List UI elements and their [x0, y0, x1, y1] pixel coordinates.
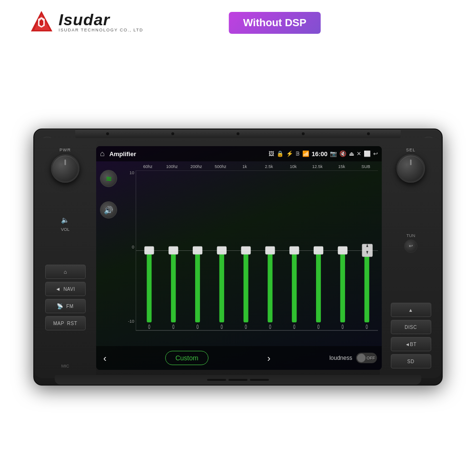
- freq-10k: 10k: [281, 164, 305, 169]
- top-ridge: [75, 129, 401, 138]
- left-buttons: ⌂ ◄ NAVI 📡 FM MAP RST: [45, 265, 86, 330]
- db-0-label: 0: [122, 245, 136, 249]
- amplifier-title: Amplifier: [109, 150, 266, 158]
- eject-button[interactable]: ▲: [391, 303, 431, 317]
- tun-button[interactable]: ↩: [404, 239, 417, 253]
- sd-label: SD: [407, 359, 415, 364]
- loudness-control: loudness OFF: [329, 353, 377, 363]
- pwr-knob-area: PWR: [51, 148, 79, 183]
- svg-text:0: 0: [342, 323, 344, 330]
- sd-button[interactable]: SD: [391, 354, 431, 368]
- right-panel: SEL TUN ↩ ▲ DISC ◄BT: [380, 138, 442, 378]
- volume-icon: 🔈: [61, 216, 69, 224]
- svg-text:0: 0: [293, 323, 296, 330]
- dsp-badge-text: Without DSP: [243, 17, 307, 29]
- toggle-state: OFF: [367, 356, 375, 360]
- status-icons: 🖼 🔒 ⚡ 𝔹 📶 16:00 📷 🔇 ⏏ ✕ ⬜ ↩: [268, 150, 378, 158]
- vent-3: [250, 379, 269, 381]
- svg-text:0: 0: [172, 323, 175, 330]
- fm-label: FM: [66, 304, 73, 309]
- home-button[interactable]: ⌂: [100, 149, 105, 158]
- screen-icon: ⬜: [364, 150, 371, 157]
- mic-label: MIC: [61, 364, 69, 368]
- home-icon: ⌂: [64, 269, 67, 275]
- ridge-dot: [367, 132, 370, 135]
- svg-text:0: 0: [269, 323, 271, 330]
- freq-sub: SUB: [354, 164, 378, 169]
- db-minus10-label: -10: [122, 319, 136, 324]
- wifi-icon: 📶: [302, 150, 309, 157]
- brand-logo-icon: [29, 9, 55, 35]
- preset-label: Custom: [175, 354, 198, 362]
- pwr-knob[interactable]: [51, 154, 79, 183]
- freq-100hz: 100hz: [160, 164, 184, 169]
- prev-preset-button[interactable]: ‹: [101, 350, 109, 366]
- svg-rect-23: [316, 250, 321, 322]
- preset-button[interactable]: Custom: [165, 351, 208, 365]
- vent-2: [228, 379, 248, 381]
- sel-knob[interactable]: [397, 154, 425, 183]
- freq-125k: 12.5k: [305, 164, 329, 169]
- grid-top: [136, 170, 378, 171]
- status-bar: ⌂ Amplifier 🖼 🔒 ⚡ 𝔹 📶 16:00 📷 🔇 ⏏ ✕ ⬜: [96, 146, 382, 161]
- equalizer-control-btn[interactable]: ≋: [100, 170, 117, 187]
- eject-icon: ▲: [408, 307, 413, 313]
- eq-grid-main: 10 0 -10: [122, 170, 378, 331]
- freq-15k: 15k: [329, 164, 354, 169]
- right-buttons: ▲ DISC ◄BT SD: [391, 303, 431, 368]
- vent-1: [207, 379, 226, 381]
- ridge-dot: [171, 132, 174, 135]
- freq-200hz: 200hz: [184, 164, 208, 169]
- speaker-control-btn[interactable]: 🔊: [100, 201, 117, 218]
- brand-watermark: Isudar ISUDAR TECHNOLOGY CO., LTD: [29, 9, 143, 35]
- bt-button[interactable]: ◄BT: [391, 337, 431, 351]
- radio-unit: PWR 🔈 VOL ⌂ ◄ NAVI 📡 FM: [33, 129, 443, 386]
- image-icon: 🖼: [268, 150, 274, 157]
- freq-25k: 2.5k: [257, 164, 281, 169]
- ridge-dot: [237, 132, 239, 135]
- left-panel: PWR 🔈 VOL ⌂ ◄ NAVI 📡 FM: [34, 138, 96, 378]
- svg-rect-8: [195, 250, 200, 322]
- x-icon: ✕: [357, 150, 361, 157]
- grid-center: [136, 250, 378, 251]
- dsp-badge: Without DSP: [229, 12, 321, 34]
- freq-1k: 1k: [233, 164, 257, 169]
- screen-container: ⌂ Amplifier 🖼 🔒 ⚡ 𝔹 📶 16:00 📷 🔇 ⏏ ✕ ⬜: [96, 146, 382, 370]
- equalizer-icon: ≋: [106, 174, 112, 183]
- speaker-icon: 🔊: [104, 206, 113, 215]
- time-display: 16:00: [312, 150, 327, 158]
- loudness-toggle[interactable]: OFF: [356, 353, 377, 363]
- disc-button[interactable]: DISC: [391, 320, 431, 334]
- vol-label: VOL: [61, 227, 69, 232]
- eq-visualization: 60hz 100hz 200hz 500hz 1k 2.5k 10k 12.5k…: [122, 164, 378, 344]
- db-scale: 10 0 -10: [122, 170, 136, 331]
- ridge-dot: [302, 132, 305, 135]
- navi-icon: ◄: [55, 286, 60, 292]
- map-rst-button[interactable]: MAP RST: [45, 316, 86, 330]
- map-rst-label: MAP: [53, 321, 64, 326]
- svg-text:0: 0: [245, 323, 247, 330]
- fm-button[interactable]: 📡 FM: [45, 299, 86, 313]
- navi-button[interactable]: ◄ NAVI: [45, 282, 86, 296]
- fm-icon: 📡: [57, 303, 63, 309]
- screen: ⌂ Amplifier 🖼 🔒 ⚡ 𝔹 📶 16:00 📷 🔇 ⏏ ✕ ⬜: [96, 146, 382, 370]
- bluetooth-icon: 𝔹: [296, 150, 300, 157]
- svg-text:0: 0: [221, 323, 223, 330]
- bt-label: ◄BT: [405, 342, 416, 347]
- bottom-controls: ‹ Custom › loudness OFF: [96, 346, 382, 370]
- svg-text:▲: ▲: [366, 242, 369, 248]
- toggle-knob: [357, 354, 366, 362]
- radio-bottom: [55, 375, 421, 385]
- svg-rect-11: [219, 250, 224, 322]
- next-preset-button[interactable]: ›: [265, 350, 273, 366]
- home-side-button[interactable]: ⌂: [45, 265, 86, 279]
- volume-status-icon: 🔇: [339, 150, 347, 157]
- screen-left-controls: ≋ 🔊: [100, 170, 117, 218]
- ridge-dot: [106, 132, 109, 135]
- lock-icon: 🔒: [277, 150, 284, 157]
- usb-icon: ⚡: [286, 150, 293, 157]
- svg-text:0: 0: [317, 323, 320, 330]
- freq-500hz: 500hz: [208, 164, 233, 169]
- sel-knob-area: SEL: [397, 148, 425, 183]
- db-10-label: 10: [122, 170, 136, 175]
